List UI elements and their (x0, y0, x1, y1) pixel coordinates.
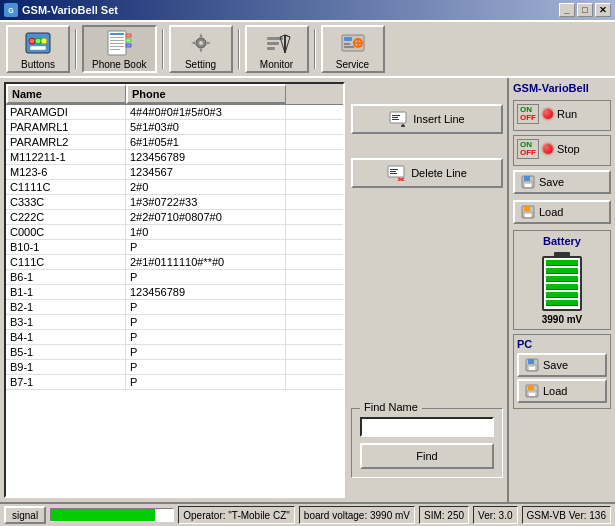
cell-phone: 1234567 (126, 165, 286, 179)
table-scroll[interactable]: PARAMGDI4#4#0#0#1#5#0#3PARAMRL15#1#03#0P… (6, 105, 343, 496)
run-toggle[interactable]: ON OFF Run (517, 104, 607, 124)
cell-phone: P (126, 315, 286, 329)
signal-button[interactable]: signal (4, 506, 46, 524)
tab-monitor-label: Monitor (260, 59, 293, 70)
table-row[interactable]: PARAMGDI4#4#0#0#1#5#0#3 (6, 105, 343, 120)
table-row[interactable]: B9-1P (6, 360, 343, 375)
tab-phone-book[interactable]: Phone Book (82, 25, 157, 73)
svg-rect-59 (529, 393, 535, 396)
find-name-input[interactable] (360, 417, 494, 437)
stop-toggle[interactable]: ON OFF Stop (517, 139, 607, 159)
window-controls: _ □ ✕ (559, 3, 611, 17)
svg-rect-33 (392, 115, 400, 116)
col-header-name: Name (6, 84, 126, 104)
save-button[interactable]: Save (513, 170, 611, 194)
load-label: Load (539, 206, 563, 218)
find-group: Find Name Find (351, 408, 503, 478)
phone-book-table: Name Phone PARAMGDI4#4#0#0#1#5#0#3PARAMR… (4, 82, 345, 498)
maximize-button[interactable]: □ (577, 3, 593, 17)
cell-name: B7-1 (6, 375, 126, 389)
tab-service[interactable]: Service (321, 25, 385, 73)
svg-rect-16 (126, 44, 131, 47)
svg-rect-35 (392, 119, 399, 120)
tab-monitor[interactable]: Monitor (245, 25, 309, 73)
tab-setting[interactable]: Setting (169, 25, 233, 73)
setting-icon (187, 29, 215, 57)
tab-buttons[interactable]: Buttons (6, 25, 70, 73)
cell-phone: 1#3#0722#33 (126, 195, 286, 209)
cell-name: PARAMGDI (6, 105, 126, 119)
app-icon: G (4, 3, 18, 17)
table-row[interactable]: B3-1P (6, 315, 343, 330)
svg-text:G: G (8, 7, 14, 14)
pc-load-icon (525, 384, 539, 398)
svg-rect-26 (344, 37, 352, 41)
table-row[interactable]: PARAMRL26#1#05#1 (6, 135, 343, 150)
svg-rect-14 (126, 34, 131, 37)
insert-line-button[interactable]: Insert Line (351, 104, 503, 134)
load-icon (521, 205, 535, 219)
operator-status: Operator: "T-Mobile CZ" (178, 506, 295, 524)
delete-icon (387, 165, 405, 181)
cell-phone: 123456789 (126, 150, 286, 164)
cell-name: C111C (6, 255, 126, 269)
cell-name: M112211-1 (6, 150, 126, 164)
cell-phone: 2#2#0710#0807#0 (126, 210, 286, 224)
table-row[interactable]: B4-1P (6, 330, 343, 345)
table-row[interactable]: M123-61234567 (6, 165, 343, 180)
cell-phone: P (126, 375, 286, 389)
svg-rect-11 (110, 43, 124, 44)
table-row[interactable]: C111C2#1#0111110#**#0 (6, 255, 343, 270)
tab-phone-book-label: Phone Book (92, 59, 147, 70)
delete-line-button[interactable]: Delete Line (351, 158, 503, 188)
cell-name: C000C (6, 225, 126, 239)
svg-point-4 (35, 38, 41, 44)
status-bar: signal Operator: "T-Mobile CZ" board vol… (0, 502, 615, 526)
svg-rect-15 (126, 39, 131, 42)
monitor-icon (263, 29, 291, 57)
toolbar-divider-4 (314, 29, 316, 69)
find-button[interactable]: Find (360, 443, 494, 469)
close-button[interactable]: ✕ (595, 3, 611, 17)
table-row[interactable]: C000C1#0 (6, 225, 343, 240)
cell-phone: P (126, 345, 286, 359)
actions-panel: Insert Line Delete Line Find Name (347, 78, 507, 502)
signal-progress (50, 508, 174, 522)
svg-point-3 (29, 38, 35, 44)
table-row[interactable]: B2-1P (6, 300, 343, 315)
battery-section: Battery (513, 230, 611, 330)
right-panel: GSM-VarioBell ON OFF Run ON OFF (507, 78, 615, 502)
run-section: ON OFF Run (513, 100, 611, 131)
svg-rect-39 (390, 169, 398, 170)
pc-save-label: Save (543, 359, 568, 371)
load-button[interactable]: Load (513, 200, 611, 224)
table-row[interactable]: B6-1P (6, 270, 343, 285)
stop-led (543, 144, 553, 154)
signal-fill (51, 509, 155, 521)
run-led (543, 109, 553, 119)
table-row[interactable]: M112211-1123456789 (6, 150, 343, 165)
table-row[interactable]: B1-1123456789 (6, 285, 343, 300)
table-row[interactable]: B5-1P (6, 345, 343, 360)
cell-phone: 5#1#03#0 (126, 120, 286, 134)
table-row[interactable]: B7-1P (6, 375, 343, 390)
cell-name: B5-1 (6, 345, 126, 359)
cell-name: C333C (6, 195, 126, 209)
table-row[interactable]: C333C1#3#0722#33 (6, 195, 343, 210)
table-row[interactable]: C1111C2#0 (6, 180, 343, 195)
table-row[interactable]: PARAMRL15#1#03#0 (6, 120, 343, 135)
svg-rect-28 (344, 46, 354, 48)
cell-phone: 123456789 (126, 285, 286, 299)
pc-load-button[interactable]: Load (517, 379, 607, 403)
cell-phone: 6#1#05#1 (126, 135, 286, 149)
svg-rect-47 (525, 184, 531, 187)
cell-name: C1111C (6, 180, 126, 194)
gsm-variobell-title: GSM-VarioBell (513, 82, 611, 94)
pc-save-button[interactable]: Save (517, 353, 607, 377)
svg-point-18 (199, 41, 203, 45)
table-row[interactable]: C222C2#2#0710#0807#0 (6, 210, 343, 225)
table-row[interactable]: B10-1P (6, 240, 343, 255)
pc-save-icon (525, 358, 539, 372)
minimize-button[interactable]: _ (559, 3, 575, 17)
cell-name: B4-1 (6, 330, 126, 344)
